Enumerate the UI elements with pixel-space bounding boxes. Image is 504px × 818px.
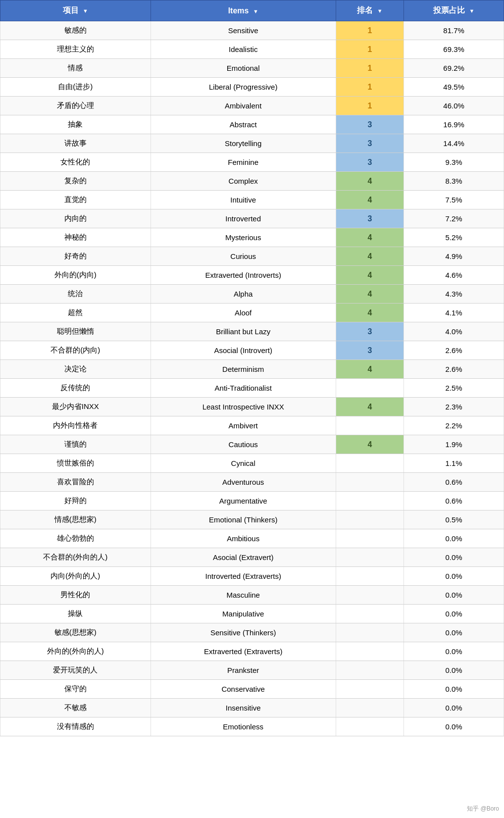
cell-english: Sensitive (Thinkers) [151,623,336,642]
cell-pct: 0.5% [404,511,504,529]
table-row: 矛盾的心理Ambivalent146.0% [0,97,504,115]
cell-pct: 46.0% [404,97,504,115]
cell-english: Feminine [151,153,336,172]
cell-pct: 1.1% [404,454,504,473]
cell-pct: 5.2% [404,228,504,247]
cell-chinese: 外向的(外向的人) [0,642,151,661]
table-row: 直觉的Intuitive47.5% [0,191,504,209]
table-row: 女性化的Feminine39.3% [0,153,504,172]
cell-pct: 0.6% [404,492,504,511]
cell-rank: 3 [336,153,403,172]
table-row: 谨慎的Cautious41.9% [0,435,504,454]
cell-chinese: 神秘的 [0,228,151,247]
table-row: 不合群的(外向的人)Asocial (Extravert)0.0% [0,548,504,567]
table-row: 内向(外向的人)Introverted (Extraverts)0.0% [0,567,504,586]
cell-english: Determinism [151,360,336,379]
cell-english: Ambitious [151,529,336,548]
table-row: 内向的Introverted37.2% [0,209,504,228]
cell-pct: 0.0% [404,661,504,680]
cell-english: Brilliant but Lazy [151,322,336,341]
cell-pct: 4.9% [404,247,504,266]
cell-rank: 1 [336,59,403,78]
cell-rank: 4 [336,435,403,454]
cell-rank: 4 [336,304,403,322]
cell-chinese: 抽象 [0,115,151,134]
cell-pct: 4.0% [404,322,504,341]
cell-chinese: 决定论 [0,360,151,379]
cell-chinese: 超然 [0,304,151,322]
cell-chinese: 情感(思想家) [0,511,151,529]
cell-english: Extraverted (Extraverts) [151,642,336,661]
table-row: 愤世嫉俗的Cynical1.1% [0,454,504,473]
cell-english: Alpha [151,285,336,304]
col-header-rank[interactable]: 排名 ▼ [336,0,403,21]
cell-chinese: 爱开玩笑的人 [0,661,151,680]
cell-rank: 3 [336,341,403,360]
cell-pct: 0.6% [404,473,504,492]
cell-rank: 3 [336,322,403,341]
cell-pct: 2.6% [404,360,504,379]
col-header-pct[interactable]: 投票占比 ▼ [404,0,504,21]
table-row: 内外向性格者Ambivert2.2% [0,416,504,435]
cell-english: Asocial (Extravert) [151,548,336,567]
cell-chinese: 喜欢冒险的 [0,473,151,492]
cell-pct: 81.7% [404,21,504,40]
cell-chinese: 内向(外向的人) [0,567,151,586]
cell-chinese: 反传统的 [0,379,151,398]
cell-english: Introverted (Extraverts) [151,567,336,586]
sort-icon-col4: ▼ [469,8,474,14]
cell-english: Idealistic [151,40,336,59]
cell-pct: 4.1% [404,304,504,322]
col-header-items[interactable]: Items ▼ [151,0,336,21]
cell-pct: 7.2% [404,209,504,228]
cell-english: Emotional (Thinkers) [151,511,336,529]
cell-chinese: 好辩的 [0,492,151,511]
cell-chinese: 保守的 [0,680,151,699]
cell-rank [336,416,403,435]
cell-chinese: 不合群的(外向的人) [0,548,151,567]
cell-rank: 3 [336,209,403,228]
table-row: 好辩的Argumentative0.6% [0,492,504,511]
cell-pct: 0.0% [404,680,504,699]
cell-english: Cautious [151,435,336,454]
table-row: 敏感的Sensitive181.7% [0,21,504,40]
cell-english: Manipulative [151,605,336,623]
table-row: 操纵Manipulative0.0% [0,605,504,623]
cell-chinese: 好奇的 [0,247,151,266]
table-row: 保守的Conservative0.0% [0,680,504,699]
cell-chinese: 不敏感 [0,699,151,717]
table-row: 讲故事Storytelling314.4% [0,134,504,153]
cell-rank [336,548,403,567]
cell-rank: 4 [336,172,403,191]
col-header-chinese[interactable]: 项目 ▼ [0,0,151,21]
cell-english: Insensitive [151,699,336,717]
table-row: 聪明但懒惰Brilliant but Lazy34.0% [0,322,504,341]
cell-pct: 69.2% [404,59,504,78]
cell-chinese: 女性化的 [0,153,151,172]
table-row: 没有情感的Emotionless0.0% [0,717,504,736]
table-row: 外向的(内向)Extraverted (Introverts)44.6% [0,266,504,285]
cell-english: Prankster [151,661,336,680]
cell-rank: 4 [336,247,403,266]
cell-pct: 2.5% [404,379,504,398]
cell-pct: 0.0% [404,567,504,586]
table-row: 好奇的Curious44.9% [0,247,504,266]
cell-pct: 49.5% [404,78,504,97]
cell-english: Extraverted (Introverts) [151,266,336,285]
cell-rank [336,717,403,736]
cell-chinese: 没有情感的 [0,717,151,736]
cell-rank: 4 [336,285,403,304]
cell-english: Ambivalent [151,97,336,115]
cell-english: Anti-Traditionalist [151,379,336,398]
cell-english: Cynical [151,454,336,473]
cell-chinese: 内向的 [0,209,151,228]
cell-rank [336,473,403,492]
cell-rank: 4 [336,266,403,285]
cell-english: Mysterious [151,228,336,247]
cell-chinese: 雄心勃勃的 [0,529,151,548]
cell-rank [336,661,403,680]
cell-rank: 1 [336,97,403,115]
cell-rank [336,567,403,586]
cell-english: Complex [151,172,336,191]
table-row: 喜欢冒险的Adventurous0.6% [0,473,504,492]
